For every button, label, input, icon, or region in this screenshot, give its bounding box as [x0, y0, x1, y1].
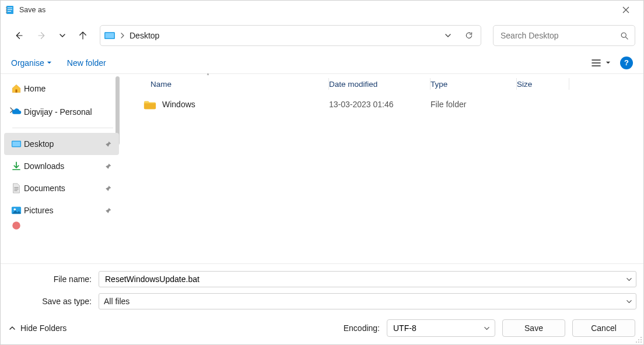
svg-rect-16 — [14, 191, 17, 191]
hide-folders-label: Hide Folders — [20, 323, 66, 333]
desktop-icon — [11, 139, 22, 149]
address-history-button[interactable] — [440, 27, 456, 44]
column-header-name[interactable]: Name — [150, 74, 329, 94]
filetype-combo[interactable]: All files — [99, 293, 636, 309]
recent-locations-button[interactable] — [55, 26, 69, 45]
sidebar: Home Digvijay - Personal Desktop — [1, 74, 120, 263]
filename-input[interactable] — [104, 274, 631, 284]
column-header-type[interactable]: Type — [430, 74, 517, 94]
arrow-up-icon — [78, 30, 88, 41]
svg-rect-2 — [8, 9, 12, 10]
svg-rect-7 — [6, 12, 7, 13]
sidebar-separator — [12, 128, 113, 128]
folder-icon — [144, 100, 155, 109]
sidebar-item-desktop[interactable]: Desktop — [4, 133, 119, 155]
close-button[interactable] — [613, 1, 639, 19]
pin-icon — [104, 207, 112, 214]
svg-rect-13 — [12, 142, 20, 146]
file-name: Windows — [162, 100, 195, 109]
window-title: Save as — [19, 6, 613, 14]
home-icon — [11, 83, 22, 94]
sidebar-item-documents[interactable]: Documents — [4, 177, 119, 199]
forward-button[interactable] — [32, 26, 52, 45]
column-header-date[interactable]: Date modified — [329, 74, 430, 94]
organise-menu[interactable]: Organise — [11, 58, 52, 68]
cancel-button[interactable]: Cancel — [572, 319, 635, 337]
encoding-combo[interactable]: UTF-8 — [387, 319, 495, 337]
document-icon — [11, 183, 22, 193]
organise-label: Organise — [11, 58, 44, 68]
refresh-icon — [464, 31, 474, 40]
breadcrumb-separator-icon — [120, 33, 125, 38]
table-row[interactable]: Windows 13-03-2023 01:46 File folder — [120, 94, 643, 115]
new-folder-label: New folder — [67, 58, 106, 68]
svg-rect-9 — [106, 33, 114, 38]
pin-icon — [104, 163, 112, 170]
refresh-button[interactable] — [461, 27, 477, 44]
encoding-value: UTF-8 — [393, 323, 416, 333]
sidebar-item-onedrive[interactable]: Digvijay - Personal — [4, 101, 119, 123]
sidebar-item-downloads[interactable]: Downloads — [4, 155, 119, 177]
arrow-left-icon — [13, 30, 24, 41]
filename-row: File name: — [8, 271, 636, 287]
filetype-label: Save as type: — [8, 297, 94, 306]
body-area: Home Digvijay - Personal Desktop — [1, 74, 643, 264]
pin-icon — [104, 185, 112, 192]
form-area: File name: Save as type: All files — [1, 264, 643, 312]
save-as-dialog: Save as Desktop — [0, 0, 644, 345]
desktop-icon — [104, 31, 116, 40]
sidebar-item-label: Documents — [24, 184, 65, 193]
footer: Hide Folders Encoding: UTF-8 Save Cancel — [1, 312, 643, 344]
svg-rect-11 — [16, 90, 18, 93]
close-icon — [622, 6, 629, 13]
up-button[interactable] — [73, 26, 93, 45]
column-header-size[interactable]: Size — [517, 74, 569, 94]
svg-point-20 — [640, 337, 642, 338]
pin-icon — [104, 140, 112, 148]
filetype-value: All files — [104, 297, 130, 306]
resize-grip-icon[interactable] — [635, 336, 642, 343]
picture-icon — [11, 205, 22, 216]
svg-point-21 — [638, 339, 639, 340]
svg-point-23 — [636, 342, 637, 343]
help-button[interactable]: ? — [620, 57, 633, 69]
filename-combo[interactable] — [99, 271, 636, 287]
encoding-label: Encoding: — [344, 323, 380, 333]
chevron-down-icon[interactable] — [626, 298, 632, 305]
sidebar-item-label: Downloads — [24, 161, 64, 171]
view-options-button[interactable] — [592, 59, 611, 67]
breadcrumb-location[interactable]: Desktop — [130, 31, 159, 40]
column-headers: ˄ Name Date modified Type Size — [120, 74, 643, 94]
file-list-area: ˄ Name Date modified Type Size Windows 1… — [120, 74, 643, 263]
new-folder-button[interactable]: New folder — [67, 58, 106, 68]
search-input[interactable] — [499, 30, 620, 41]
chevron-down-icon — [59, 32, 66, 39]
hide-folders-button[interactable]: Hide Folders — [9, 323, 66, 333]
chevron-down-icon[interactable] — [626, 276, 632, 283]
sidebar-item-pictures[interactable]: Pictures — [4, 199, 119, 221]
save-button[interactable]: Save — [502, 319, 565, 337]
title-bar: Save as — [1, 1, 643, 19]
arrow-right-icon — [37, 30, 47, 41]
action-toolbar: Organise New folder ? — [1, 52, 643, 74]
sidebar-item-label: Desktop — [24, 139, 54, 149]
sidebar-item-home[interactable]: Home — [4, 78, 119, 100]
nav-bar: Desktop — [1, 19, 643, 52]
svg-point-19 — [12, 221, 20, 230]
notepad-icon — [5, 5, 15, 15]
caret-down-icon — [47, 60, 52, 65]
svg-rect-14 — [14, 187, 18, 188]
sidebar-item-music[interactable] — [4, 221, 119, 230]
svg-point-22 — [640, 339, 642, 340]
back-button[interactable] — [9, 26, 29, 45]
chevron-down-icon[interactable] — [484, 325, 490, 332]
search-box[interactable] — [493, 25, 635, 46]
address-bar[interactable]: Desktop — [100, 25, 481, 46]
file-date: 13-03-2023 01:46 — [329, 100, 430, 109]
svg-rect-3 — [8, 11, 11, 12]
svg-point-25 — [640, 342, 642, 343]
svg-rect-15 — [14, 189, 18, 189]
download-icon — [11, 161, 22, 171]
music-icon — [11, 221, 22, 230]
caret-down-icon — [606, 60, 611, 65]
